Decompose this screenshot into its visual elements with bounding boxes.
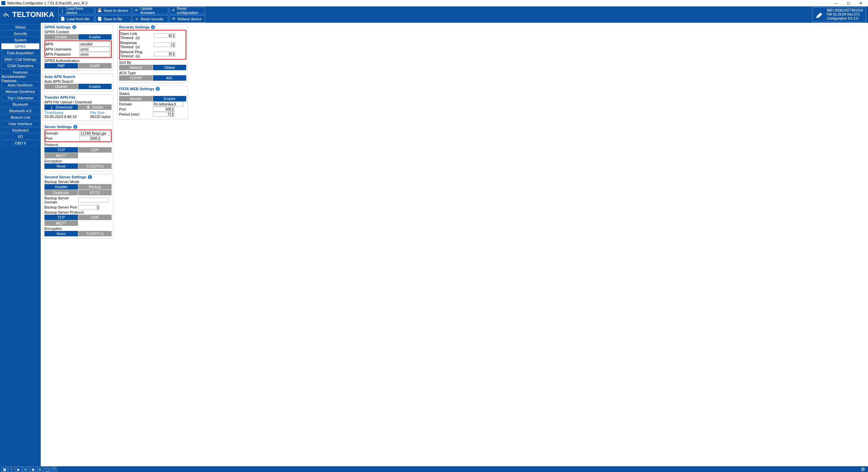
backup-disable-button[interactable]: Disable xyxy=(44,184,78,190)
update-icon: ⟳ xyxy=(135,8,138,13)
filesize-header[interactable]: File Size xyxy=(90,111,111,115)
save-to-device-button[interactable]: 💾Save to device xyxy=(95,7,131,14)
nav-data-acquisition[interactable]: Data Acquisition xyxy=(1,50,39,56)
info-icon[interactable]: i xyxy=(156,87,160,91)
svg-rect-1 xyxy=(816,17,818,18)
close-button[interactable]: ✕ xyxy=(854,0,867,6)
delete-apn-button[interactable]: 🗑Delete xyxy=(78,104,112,110)
server-domain-input[interactable] xyxy=(79,131,110,136)
nav-trip-odometer[interactable]: Trip \ Odometer xyxy=(1,95,39,101)
reset-config-button[interactable]: ↺Reset configuration xyxy=(169,7,205,14)
social-icon-7[interactable]: ⓘ xyxy=(51,467,57,472)
backup-udp-button[interactable]: UDP xyxy=(78,215,112,220)
backup-domain-input[interactable] xyxy=(78,198,109,202)
sortby-label: Sort By xyxy=(119,60,186,64)
reboot-device-button[interactable]: ⟲Reboot device xyxy=(169,15,205,23)
nav-gsm-operators[interactable]: GSM Operators xyxy=(1,63,39,68)
apn-pass-input[interactable] xyxy=(79,52,110,57)
port-spinner[interactable]: ▲▼ xyxy=(97,136,101,141)
backup-duplicate-button[interactable]: Duplicate xyxy=(44,190,78,195)
gprs-context-label: GPRS Context xyxy=(44,30,112,34)
maximize-button[interactable]: ◻ xyxy=(842,0,854,6)
info-icon[interactable]: i xyxy=(72,25,76,29)
nav-accelerometer-features[interactable]: Accelerometer Features xyxy=(1,76,39,81)
nav-bluetooth-4-0[interactable]: Bluetooth 4.0 xyxy=(1,108,39,114)
backup-tcp-button[interactable]: TCP xyxy=(44,215,78,220)
nav-keyboard[interactable]: Keyboard xyxy=(1,127,39,133)
backup-enc-tls-button[interactable]: TLS/DTLS xyxy=(78,231,112,236)
autoapn-enable-button[interactable]: Enable xyxy=(78,84,112,89)
svg-rect-0 xyxy=(1,1,5,5)
gprs-disable-button[interactable]: Disable xyxy=(44,34,78,40)
enc-tls-button[interactable]: TLS/DTLS xyxy=(78,163,112,169)
panel-title: GPRS Settings xyxy=(44,25,71,29)
apn-user-input[interactable] xyxy=(79,47,110,52)
social-icon-2[interactable]: ▶ xyxy=(16,467,22,472)
info-icon[interactable]: i xyxy=(88,175,92,179)
app-icon xyxy=(1,1,5,5)
fota-disable-button[interactable]: Disable xyxy=(119,96,153,101)
apn-pass-label: APN Password xyxy=(45,52,79,57)
social-icon-1[interactable]: f xyxy=(8,467,15,472)
filesize-value: 96225 bytes xyxy=(90,115,111,119)
mqtt-button[interactable]: MQTT xyxy=(44,153,78,158)
nav-sms-call-settings[interactable]: SMS \ Call Settings xyxy=(1,56,39,62)
fota-status-label: Status xyxy=(119,92,186,96)
nav-gprs[interactable]: GPRS xyxy=(1,43,39,49)
minimize-button[interactable]: — xyxy=(830,0,842,6)
nav-beacon-list[interactable]: Beacon List xyxy=(1,114,39,120)
load-from-file-button[interactable]: 📄Load from file xyxy=(58,15,94,23)
ack-tcpip-button[interactable]: TCP/IP xyxy=(119,75,153,81)
autoapn-disable-button[interactable]: Disable xyxy=(44,84,78,89)
nav-manual-geofence[interactable]: Manual Geofence xyxy=(1,88,39,94)
nav-obd-ii[interactable]: OBD II xyxy=(1,140,39,146)
sort-oldest-button[interactable]: Oldest xyxy=(153,65,187,70)
nav-status[interactable]: Status xyxy=(1,24,39,30)
encryption-label: Encryption xyxy=(44,159,112,163)
nav-i-o[interactable]: I/O xyxy=(1,134,39,139)
udp-button[interactable]: UDP xyxy=(78,147,112,153)
nav-system[interactable]: System xyxy=(1,37,39,43)
settings-gear-icon[interactable]: ⚙ xyxy=(860,467,867,472)
rt-label: Response Timeout (s) xyxy=(120,40,153,49)
update-firmware-button[interactable]: ⟳Update firmware xyxy=(132,7,168,14)
backup-mqtt-button[interactable]: MQTT xyxy=(44,220,78,226)
backup-domain-label: Backup Server Domain xyxy=(44,196,78,204)
enc-none-button[interactable]: None xyxy=(44,163,78,169)
backup-egts-button[interactable]: EGTS xyxy=(78,190,112,195)
load-from-device-button[interactable]: ⭳Load from device xyxy=(58,7,94,14)
backup-enc-none-button[interactable]: None xyxy=(44,231,78,236)
pap-button[interactable]: PAP xyxy=(44,63,78,68)
save-to-file-button[interactable]: 📄Save to file xyxy=(95,15,131,23)
panel-title: Second Server Settings xyxy=(44,175,86,179)
apn-input[interactable] xyxy=(79,42,110,46)
backup-backup-button[interactable]: Backup xyxy=(78,184,112,190)
chap-button[interactable]: CHAP xyxy=(78,63,112,68)
panel-title: FOTA WEB Settings xyxy=(119,87,154,91)
nav-bluetooth[interactable]: Bluetooth xyxy=(1,101,39,107)
sort-newest-button[interactable]: Newest xyxy=(119,65,153,70)
social-icon-3[interactable]: 🐦 xyxy=(23,467,29,472)
gprs-enable-button[interactable]: Enable xyxy=(78,34,112,40)
panel-title: Records Settings xyxy=(119,25,150,29)
download-apn-button[interactable]: ⭳Download xyxy=(44,104,78,110)
fota-domain-input[interactable] xyxy=(153,102,184,106)
social-icon-0[interactable]: ▦ xyxy=(1,467,7,472)
backup-port-spinner[interactable]: ▲▼ xyxy=(96,205,100,210)
timestamp-header[interactable]: TimeStamp xyxy=(44,111,77,115)
nav-security[interactable]: Security xyxy=(1,31,39,36)
file-open-icon: 📄 xyxy=(61,17,65,21)
device-icon xyxy=(815,10,824,19)
nav-user-interface[interactable]: User Interface xyxy=(1,121,39,126)
read-records-button[interactable]: ≡Read records xyxy=(132,15,168,23)
info-icon[interactable]: i xyxy=(73,125,77,129)
nav-auto-geofence[interactable]: Auto Geofence xyxy=(1,82,39,88)
social-icon-5[interactable]: in xyxy=(37,467,43,472)
social-icon-4[interactable]: ◉ xyxy=(30,467,36,472)
nav-features[interactable]: Features xyxy=(1,69,39,75)
info-icon[interactable]: i xyxy=(151,25,155,29)
ack-avl-button[interactable]: AVL xyxy=(153,75,187,81)
fota-enable-button[interactable]: Enable xyxy=(153,96,187,101)
tcp-button[interactable]: TCP xyxy=(44,147,78,153)
social-icon-6[interactable]: ◯ xyxy=(44,467,50,472)
